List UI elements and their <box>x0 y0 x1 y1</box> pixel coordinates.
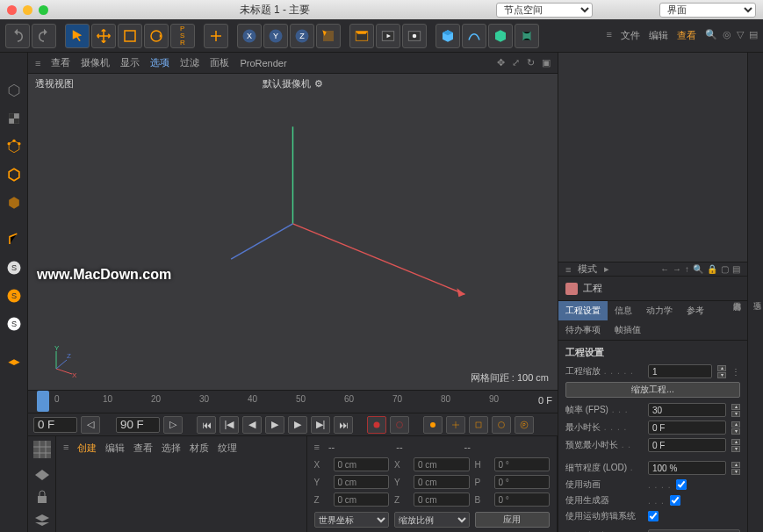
coord-system-button[interactable] <box>316 24 341 48</box>
next-frame-button[interactable]: ▶ <box>288 416 307 434</box>
tab-dynamics[interactable]: 动力学 <box>639 301 680 320</box>
snap-s3-button[interactable]: S <box>2 312 26 336</box>
render-settings-button[interactable] <box>402 24 427 48</box>
texture-mode-button[interactable] <box>2 106 26 131</box>
move-axis-tool[interactable] <box>204 24 228 48</box>
view-menu[interactable]: 查看 <box>677 29 696 42</box>
use-anim-checkbox[interactable] <box>676 479 687 490</box>
axis-mode-button[interactable] <box>2 227 26 252</box>
workplane-button[interactable] <box>2 349 26 373</box>
snap-s-button[interactable]: S <box>2 255 26 280</box>
add-generator-button[interactable] <box>488 24 513 48</box>
model-mode-button[interactable] <box>2 78 26 103</box>
coord-x-field[interactable] <box>414 457 470 471</box>
x-axis-toggle[interactable]: X <box>237 24 262 48</box>
edge-mode-button[interactable] <box>2 162 26 187</box>
redo-button[interactable] <box>32 24 56 48</box>
range-handle-left[interactable]: ◁ <box>81 416 100 434</box>
poly-mode-button[interactable] <box>2 191 26 215</box>
mindur-field[interactable] <box>648 421 726 435</box>
start-frame-field[interactable] <box>33 417 77 433</box>
attr-list-icon[interactable]: ▤ <box>732 264 740 274</box>
timeline-ruler[interactable]: 0 F 0102030405060708090 <box>28 390 558 413</box>
mat-select-menu[interactable]: 选择 <box>162 442 181 455</box>
mat-view-menu[interactable]: 查看 <box>133 442 153 455</box>
snap-s2-button[interactable]: S <box>2 284 26 308</box>
node-space-select[interactable]: 节点空间 <box>496 3 593 18</box>
vp-filter-menu[interactable]: 过滤 <box>180 56 199 69</box>
add-spline-button[interactable] <box>462 24 486 48</box>
viewport[interactable]: 透视视图 默认摄像机 ⚙ Y X Z www.MacDown.com 网格间距 … <box>28 74 558 390</box>
layout-select[interactable]: 界面 <box>659 3 756 18</box>
key-rotate-button[interactable] <box>492 416 511 434</box>
add-cube-button[interactable] <box>435 24 460 48</box>
vp-rotate-icon[interactable]: ↻ <box>527 57 535 68</box>
prevmin-field[interactable] <box>648 438 726 452</box>
key-move-button[interactable] <box>446 416 465 434</box>
key-options-button[interactable] <box>423 416 443 434</box>
move-tool[interactable] <box>91 24 116 48</box>
mat-grid-icon[interactable] <box>30 439 54 459</box>
list-icon[interactable]: ▤ <box>749 29 758 42</box>
coord-system-select[interactable]: 世界坐标 <box>314 512 390 528</box>
attr-search-icon[interactable]: 🔍 <box>693 264 703 274</box>
render-region-button[interactable] <box>376 24 400 48</box>
tab-project-settings[interactable]: 工程设置 <box>558 301 608 320</box>
rotate-tool[interactable] <box>144 24 169 48</box>
vp-panel-menu[interactable]: 面板 <box>210 56 229 69</box>
coord-x-field[interactable] <box>334 457 390 471</box>
zoom-window-button[interactable] <box>39 5 48 15</box>
nav-fwd-icon[interactable]: → <box>673 264 681 274</box>
goto-start-button[interactable]: ⏮ <box>197 416 216 434</box>
vp-layout-icon[interactable]: ▣ <box>542 57 551 68</box>
tab-reference[interactable]: 参考 <box>680 301 711 320</box>
undo-button[interactable] <box>5 24 30 48</box>
coord-h-field[interactable] <box>494 457 551 471</box>
coord-y-field[interactable] <box>334 475 390 489</box>
mat-create-menu[interactable]: 创建 <box>77 442 97 455</box>
object-manager-empty[interactable] <box>558 53 747 262</box>
mat-edit-menu[interactable]: 编辑 <box>105 442 125 455</box>
close-window-button[interactable] <box>7 5 17 15</box>
next-key-button[interactable]: ▶| <box>311 416 330 434</box>
file-menu[interactable]: 文件 <box>621 29 640 42</box>
prev-key-button[interactable]: |◀ <box>220 416 239 434</box>
edit-menu[interactable]: 编辑 <box>649 29 668 42</box>
vp-move-icon[interactable]: ✥ <box>497 57 505 68</box>
lod-field[interactable] <box>648 461 726 475</box>
apply-button[interactable]: 应用 <box>475 512 551 528</box>
use-motion-checkbox[interactable] <box>648 511 659 521</box>
scale-tool[interactable] <box>118 24 142 48</box>
attr-lock-icon[interactable]: 🔒 <box>707 264 717 274</box>
vp-display-menu[interactable]: 显示 <box>120 56 140 69</box>
vp-options-menu[interactable]: 选项 <box>150 56 169 69</box>
spin-down[interactable]: ▾ <box>717 372 726 378</box>
attr-mode-menu[interactable]: 模式 <box>578 262 597 276</box>
coord-scale-select[interactable]: 缩放比例 <box>394 512 470 528</box>
play-button[interactable]: ▶ <box>265 416 284 434</box>
vp-prorender-menu[interactable]: ProRender <box>240 58 286 68</box>
end-frame-field[interactable] <box>116 417 160 433</box>
unit-icon[interactable]: ⋮ <box>731 367 740 377</box>
coord-z-field[interactable] <box>334 492 390 507</box>
mat-lock-icon[interactable] <box>30 487 54 507</box>
nav-up-icon[interactable]: ↑ <box>685 264 689 274</box>
coord-p-field[interactable] <box>494 475 551 489</box>
mat-floor-icon[interactable] <box>30 463 54 483</box>
coord-b-field[interactable] <box>494 492 551 507</box>
mat-layers-icon[interactable] <box>30 511 54 531</box>
tab-info[interactable]: 信息 <box>608 301 639 320</box>
mat-material-menu[interactable]: 材质 <box>190 442 209 455</box>
timeline-playhead[interactable] <box>37 391 49 412</box>
side-tabs[interactable]: 选项内容浏览器 <box>747 53 763 532</box>
scale-project-button[interactable]: 缩放工程... <box>565 382 740 398</box>
psr-tool[interactable]: PSR <box>170 24 195 48</box>
use-gen-checkbox[interactable] <box>670 495 680 506</box>
point-mode-button[interactable] <box>2 134 26 159</box>
mat-texture-menu[interactable]: 纹理 <box>218 442 237 455</box>
eye-icon[interactable]: ◎ <box>723 29 731 42</box>
coord-y-field[interactable] <box>414 475 470 489</box>
autokey-button[interactable] <box>390 416 409 434</box>
tab-interpolation[interactable]: 帧插值 <box>608 320 648 340</box>
add-deformer-button[interactable] <box>515 24 539 48</box>
